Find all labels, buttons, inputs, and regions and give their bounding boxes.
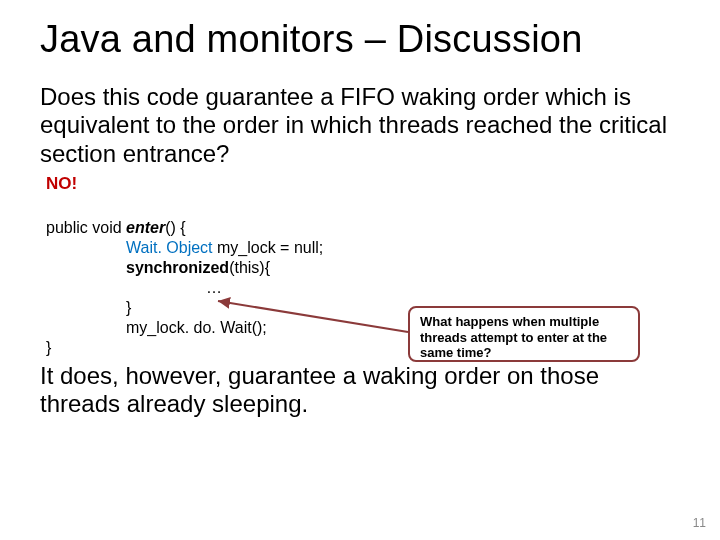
slide: Java and monitors – Discussion Does this… [0, 0, 720, 540]
callout-box: What happens when multiple threads attem… [408, 306, 640, 362]
code-line-6: my_lock. do. Wait(); [46, 319, 267, 336]
slide-title: Java and monitors – Discussion [40, 18, 680, 61]
question-text: Does this code guarantee a FIFO waking o… [40, 83, 680, 168]
code-line-4: … [46, 279, 222, 296]
code-line-5: } [46, 299, 131, 316]
code-line-1: public void enter() { [46, 219, 186, 236]
code-line-7: } [46, 339, 51, 356]
answer-no: NO! [46, 174, 680, 194]
conclusion-text: It does, however, guarantee a waking ord… [40, 362, 680, 419]
code-line-3: synchronized(this){ [46, 259, 270, 276]
code-line-2: Wait. Object my_lock = null; [46, 239, 323, 256]
page-number: 11 [693, 516, 706, 530]
